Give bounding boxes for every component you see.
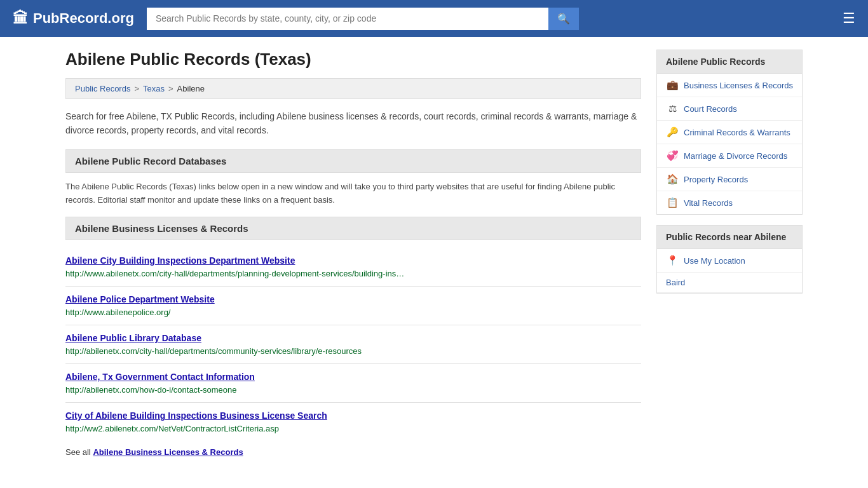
see-all-link[interactable]: Abilene Business Licenses & Records: [93, 447, 243, 457]
record-link[interactable]: Abilene Police Department Website: [65, 294, 641, 304]
sidebar-record-item[interactable]: 💞 Marriage & Divorce Records: [657, 144, 802, 168]
record-link[interactable]: Abilene, Tx Government Contact Informati…: [65, 372, 641, 382]
search-input[interactable]: [147, 8, 548, 30]
record-entry: Abilene City Building Inspections Depart…: [65, 248, 641, 287]
nearby-links-list: Baird: [657, 273, 802, 293]
record-url: http://www.abilenepolice.org/: [65, 308, 170, 317]
sidebar-item-icon: 🏠: [666, 173, 679, 185]
record-url: http://abilenetx.com/how-do-i/contact-so…: [65, 385, 237, 395]
breadcrumb-sep-1: >: [134, 84, 139, 93]
breadcrumb-public-records[interactable]: Public Records: [75, 84, 130, 93]
content-area: Abilene Public Records (Texas) Public Re…: [65, 50, 641, 457]
header: 🏛 PubRecord.org 🔍 ☰: [0, 0, 868, 37]
databases-section-desc: The Abilene Public Records (Texas) links…: [65, 180, 641, 207]
breadcrumb-sep-2: >: [168, 84, 173, 93]
breadcrumb: Public Records > Texas > Abilene: [65, 78, 641, 99]
menu-icon: ☰: [843, 10, 855, 26]
record-link[interactable]: City of Abilene Building Inspections Bus…: [65, 410, 641, 421]
sidebar-record-item[interactable]: 💼 Business Licenses & Records: [657, 74, 802, 97]
search-bar: 🔍: [147, 8, 579, 30]
record-url: http://www.abilenetx.com/city-hall/depar…: [65, 269, 404, 278]
breadcrumb-texas[interactable]: Texas: [143, 84, 165, 93]
record-entry: Abilene Public Library Database http://a…: [65, 325, 641, 364]
logo-icon: 🏛: [13, 10, 28, 27]
sidebar-records-box: Abilene Public Records 💼 Business Licens…: [656, 50, 803, 215]
sidebar-items-list: 💼 Business Licenses & Records ⚖ Court Re…: [657, 74, 802, 214]
logo[interactable]: 🏛 PubRecord.org: [13, 10, 134, 27]
sidebar-item-icon: 🔑: [666, 126, 679, 138]
sidebar-records-title: Abilene Public Records: [657, 50, 802, 74]
record-url: http://abilenetx.com/city-hall/departmen…: [65, 346, 362, 356]
sidebar-record-item[interactable]: 🏠 Property Records: [657, 168, 802, 191]
sidebar-item-label: Criminal Records & Warrants: [684, 128, 790, 137]
use-location-item[interactable]: 📍 Use My Location: [657, 249, 802, 273]
menu-button[interactable]: ☰: [843, 11, 855, 25]
sidebar-nearby-box: Public Records near Abilene 📍 Use My Loc…: [656, 225, 803, 294]
sidebar-item-icon: 💞: [666, 150, 679, 161]
record-link[interactable]: Abilene City Building Inspections Depart…: [65, 255, 641, 266]
record-link[interactable]: Abilene Public Library Database: [65, 333, 641, 343]
breadcrumb-abilene: Abilene: [177, 84, 205, 93]
nearby-link[interactable]: Baird: [657, 273, 802, 293]
sidebar-item-icon: 💼: [666, 79, 679, 91]
sidebar-record-item[interactable]: ⚖ Court Records: [657, 97, 802, 121]
record-entry: Abilene, Tx Government Contact Informati…: [65, 364, 641, 403]
business-section-header: Abilene Business Licenses & Records: [65, 217, 641, 240]
sidebar-record-item[interactable]: 🔑 Criminal Records & Warrants: [657, 121, 802, 144]
record-entry: City of Abilene Building Inspections Bus…: [65, 403, 641, 441]
databases-section-header: Abilene Public Record Databases: [65, 149, 641, 173]
intro-text: Search for free Abilene, TX Public Recor…: [65, 109, 641, 138]
record-url: http://ww2.abilenetx.com/NetVet/Contract…: [65, 424, 279, 433]
sidebar-item-label: Business Licenses & Records: [684, 81, 793, 90]
record-entry: Abilene Police Department Website http:/…: [65, 287, 641, 325]
sidebar-item-icon: ⚖: [666, 103, 679, 114]
sidebar-item-label: Marriage & Divorce Records: [684, 151, 787, 161]
logo-text: PubRecord.org: [33, 10, 134, 27]
sidebar-item-label: Court Records: [684, 104, 737, 114]
sidebar-record-item[interactable]: 📋 Vital Records: [657, 191, 802, 214]
sidebar: Abilene Public Records 💼 Business Licens…: [656, 50, 803, 457]
sidebar-nearby-title: Public Records near Abilene: [657, 226, 802, 249]
see-all-prefix: See all: [65, 447, 93, 457]
page-title: Abilene Public Records (Texas): [65, 50, 641, 69]
location-icon: 📍: [666, 255, 679, 266]
business-records-list: Abilene City Building Inspections Depart…: [65, 248, 641, 441]
sidebar-item-label: Property Records: [684, 175, 748, 184]
see-all-section: See all Abilene Business Licenses & Reco…: [65, 447, 641, 457]
use-location-label: Use My Location: [684, 256, 745, 266]
sidebar-item-icon: 📋: [666, 197, 679, 208]
search-button[interactable]: 🔍: [548, 8, 579, 30]
sidebar-item-label: Vital Records: [684, 198, 733, 208]
search-icon: 🔍: [557, 13, 570, 24]
main-container: Abilene Public Records (Texas) Public Re…: [53, 37, 815, 470]
